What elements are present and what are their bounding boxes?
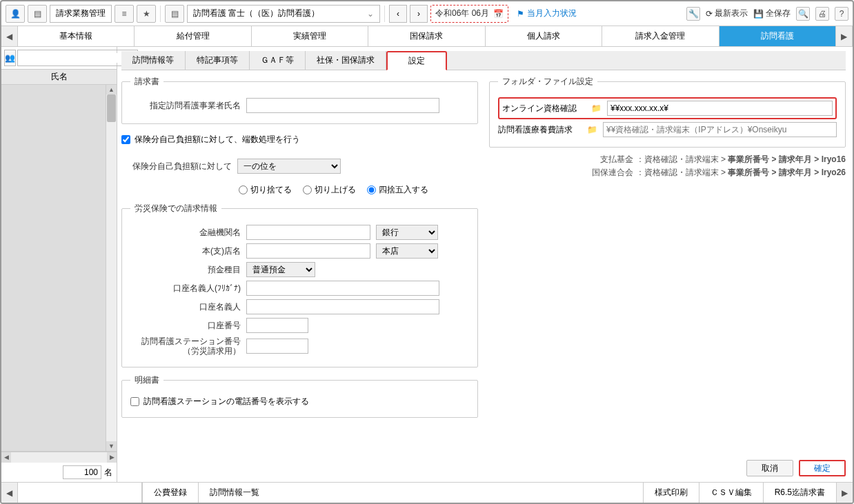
meisai-fieldset: 明細書 訪問看護ステーションの電話番号を表示する [121,374,478,418]
footer-btn-様式印刷[interactable]: 様式印刷 [643,483,699,503]
confirm-button[interactable]: 確定 [799,460,846,476]
group-icon[interactable]: 👥 [4,50,16,66]
holder-label: 口座名義人 [130,301,241,313]
footer-btn-ＣＳＶ編集[interactable]: ＣＳＶ編集 [699,483,763,503]
sub-tab-4[interactable]: 設定 [386,51,447,70]
folder-path-input-0[interactable] [607,101,833,116]
bank-input[interactable] [246,225,370,240]
footer-scroll-left[interactable]: ◀ [1,483,18,503]
rounding-radio-2[interactable]: 四捨五入する [367,184,428,196]
acct-no-label: 口座番号 [130,320,241,332]
branch-label: 本(支)店名 [130,245,241,257]
provider-input[interactable] [246,98,439,113]
help-icon[interactable]: ? [835,7,848,21]
station-label: 訪問看護ステーション番号（労災請求用） [130,336,241,356]
search-icon[interactable]: 🔍 [796,7,810,21]
refresh-icon: ⟳ [706,9,713,19]
folder-note-0: 支払基金 ：資格確認・請求端末 > 事業所番号 > 請求年月 > Iryo16 [489,153,846,166]
folder-row-0: オンライン資格確認📁 [498,97,837,119]
phone-checkbox[interactable] [130,397,139,406]
folder-legend: フォルダ・ファイル設定 [498,76,597,88]
footer-scroll-right[interactable]: ▶ [836,483,853,503]
folder-row-label: オンライン資格確認 [502,103,585,114]
folder-icon[interactable]: 📁 [585,123,599,136]
list-icon[interactable]: ≡ [115,5,134,23]
count-input[interactable] [63,465,101,479]
main-tab-5[interactable]: 請求入金管理 [602,26,719,46]
sub-tab-3[interactable]: 社保・国保請求 [306,51,386,70]
bank-label: 金融機関名 [130,227,241,239]
folder-row-label: 訪問看護療養費請求 [498,124,581,136]
name-list[interactable]: ▲▼ [1,85,117,452]
footer-btn-公費登録[interactable]: 公費登録 [142,483,198,503]
footer-btn-R6.5迄請求書[interactable]: R6.5迄請求書 [763,483,836,503]
save-icon: 💾 [753,9,764,19]
name-list-header: 氏名 [1,70,117,85]
main-tab-4[interactable]: 個人請求 [486,26,602,46]
count-suffix: 名 [104,467,112,478]
context-select[interactable]: 訪問看護 富士（（医）訪問看護）⌄ [187,5,380,23]
wrench-icon[interactable]: 🔧 [686,7,700,21]
main-tab-1[interactable]: 給付管理 [135,26,251,46]
rounding-checkbox[interactable] [121,135,130,144]
kana-input[interactable] [246,281,439,296]
doc2-icon[interactable]: ▤ [165,5,184,23]
refresh-button[interactable]: ⟳最新表示 [706,8,748,19]
branch-input[interactable] [246,243,370,259]
main-tabs: ◀ 基本情報給付管理実績管理国保請求個人請求請求入金管理訪問看護 ▶ [1,26,853,47]
rounding-select-label: 保険分自己負担額に対して [121,161,232,172]
folder-path-input-1[interactable] [603,122,837,137]
rounding-radio-0[interactable]: 切り捨てる [239,184,292,196]
flag-icon: ⚑ [517,9,524,19]
sub-tab-0[interactable]: 訪問情報等 [121,51,186,70]
station-input[interactable] [246,339,308,354]
rousai-legend: 労災保険での請求情報 [130,203,221,214]
user-icon[interactable]: 👤 [6,5,25,23]
sub-tab-2[interactable]: ＧＡＦ等 [250,51,306,70]
branch-type-select[interactable]: 本店 [376,243,438,259]
doc-icon[interactable]: ▤ [28,5,47,23]
sub-tab-1[interactable]: 特記事項等 [186,51,250,70]
main-tab-3[interactable]: 国保請求 [368,26,485,46]
rounding-checkbox-label: 保険分自己負担額に対して、端数処理を行う [135,134,300,145]
date-next[interactable]: › [410,5,428,23]
holder-input[interactable] [246,299,439,314]
rounding-radio-1[interactable]: 切り上げる [303,184,356,196]
print-icon[interactable]: 🖨 [815,7,829,21]
star-icon[interactable]: ★ [137,5,156,23]
main-tab-0[interactable]: 基本情報 [18,26,135,46]
provider-label: 指定訪問看護事業者氏名 [130,100,241,112]
date-prev[interactable]: ‹ [389,5,407,23]
rounding-radio-group: 切り捨てる切り上げる四捨五入する [239,184,478,196]
main-tab-6[interactable]: 訪問看護 [719,26,836,46]
cancel-button[interactable]: 取消 [746,460,793,476]
sub-tabs: 訪問情報等特記事項等ＧＡＦ等社保・国保請求設定 [121,51,846,70]
tabs-scroll-left[interactable]: ◀ [1,26,18,46]
rousai-fieldset: 労災保険での請求情報 金融機関名 銀行 本(支)店名 本店 預金種目 普通預金 [121,203,478,367]
footer-btn-訪問情報一覧[interactable]: 訪問情報一覧 [198,483,270,503]
sidebar-v-scrollbar[interactable]: ▲▼ [106,85,117,451]
main-tab-2[interactable]: 実績管理 [252,26,368,46]
bank-type-select[interactable]: 銀行 [376,225,438,240]
folder-row-1: 訪問看護療養費請求📁 [498,122,837,137]
date-display[interactable]: 令和06年 06月📅 [430,5,508,23]
acct-type-select[interactable]: 普通預金 [246,262,315,277]
sidebar-h-scrollbar[interactable]: ◀▶ [1,452,117,463]
folder-icon[interactable]: 📁 [589,102,603,114]
folder-note-1: 国保連合会 ：資格確認・請求端末 > 事業所番号 > 請求年月 > Iryo26 [489,166,846,179]
seikyu-fieldset: 請求書 指定訪問看護事業者氏名 [121,76,478,124]
module-title: 請求業務管理 [50,5,112,23]
acct-no-input[interactable] [246,318,308,333]
rounding-select[interactable]: 一の位を [237,159,341,174]
tabs-scroll-right[interactable]: ▶ [836,26,853,46]
phone-checkbox-label: 訪問看護ステーションの電話番号を表示する [143,396,309,407]
save-all-button[interactable]: 💾全保存 [753,8,791,19]
meisai-legend: 明細書 [130,374,163,386]
month-input-status-link[interactable]: ⚑当月入力状況 [517,8,577,19]
folder-fieldset: フォルダ・ファイル設定 オンライン資格確認📁訪問看護療養費請求📁 [489,76,846,148]
footer-bar: ◀ 公費登録訪問情報一覧 様式印刷ＣＳＶ編集R6.5迄請求書 ▶ [1,482,853,503]
seikyu-legend: 請求書 [130,76,163,88]
sidebar-search-input[interactable] [21,53,124,63]
calendar-icon: 📅 [493,9,504,19]
kana-label: 口座名義人(ﾌﾘｶﾞﾅ) [130,283,241,294]
